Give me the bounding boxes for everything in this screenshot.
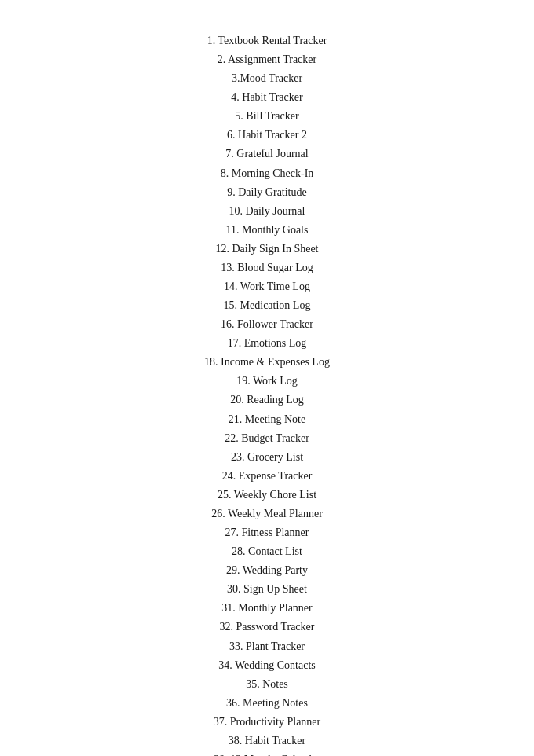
list-item: 34. Wedding Contacts xyxy=(218,656,315,675)
list-item: 2. Assignment Tracker xyxy=(218,50,316,69)
list-item: 33. Plant Tracker xyxy=(229,637,305,656)
list-item: 6. Habit Tracker 2 xyxy=(227,126,307,145)
list-item: 20. Reading Log xyxy=(230,391,304,409)
list-item: 13. Blood Sugar Log xyxy=(221,259,313,277)
list-item: 1. Textbook Rental Tracker xyxy=(207,31,327,50)
list-item: 7. Grateful Journal xyxy=(225,145,308,163)
list-item: 32. Password Tracker xyxy=(220,618,315,637)
list-item: 27. Fitness Planner xyxy=(225,523,309,542)
list-item: 38. Habit Tracker xyxy=(229,732,305,750)
list-item: 25. Weekly Chore List xyxy=(218,486,316,505)
list-item: 22. Budget Tracker xyxy=(225,429,309,448)
list-item: 10. Daily Journal xyxy=(229,202,305,221)
list-item: 21. Meeting Note xyxy=(229,410,305,429)
list-item: 9. Daily Gratitude xyxy=(227,183,306,202)
list-item: 19. Work Log xyxy=(236,372,298,391)
list-item: 18. Income & Expenses Log xyxy=(204,353,330,372)
list-item: 5. Bill Tracker xyxy=(235,107,298,126)
list-item: 14. Work Time Log xyxy=(224,277,310,296)
list-item: 11. Monthly Goals xyxy=(226,221,309,240)
main-list: 1. Textbook Rental Tracker2. Assignment … xyxy=(16,31,518,756)
list-item: 15. Medication Log xyxy=(224,296,311,315)
list-item: 39. 12 Months Calendar xyxy=(214,750,320,756)
list-item: 29. Wedding Party xyxy=(226,561,308,580)
list-item: 4. Habit Tracker xyxy=(231,88,302,107)
list-item: 17. Emotions Log xyxy=(228,334,307,353)
list-item: 8. Morning Check-In xyxy=(221,164,314,183)
list-item: 26. Weekly Meal Planner xyxy=(211,505,323,523)
list-item: 16. Follower Tracker xyxy=(221,315,313,334)
list-item: 31. Monthly Planner xyxy=(221,599,313,618)
list-item: 12. Daily Sign In Sheet xyxy=(215,240,318,259)
list-item: 35. Notes xyxy=(246,675,288,694)
list-item: 36. Meeting Notes xyxy=(226,694,308,713)
list-item: 23. Grocery List xyxy=(231,448,303,467)
list-item: 3.Mood Tracker xyxy=(232,69,302,88)
list-item: 24. Expense Tracker xyxy=(222,467,313,486)
list-item: 28. Contact List xyxy=(232,542,302,561)
list-item: 37. Productivity Planner xyxy=(214,713,321,732)
list-item: 30. Sign Up Sheet xyxy=(227,580,307,599)
